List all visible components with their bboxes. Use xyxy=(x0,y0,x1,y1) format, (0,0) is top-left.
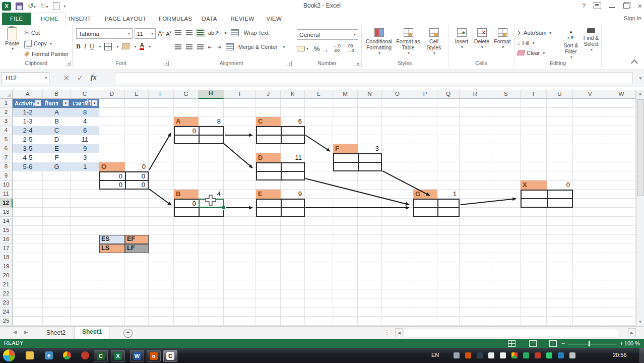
cell-B5[interactable]: D xyxy=(43,135,71,144)
scroll-up-icon[interactable]: ▲ xyxy=(636,90,644,98)
format-as-table-button[interactable]: Format as Table▾ xyxy=(395,26,422,56)
alignment-dialog-launcher[interactable] xyxy=(287,61,292,66)
row-header-20[interactable]: 20 xyxy=(0,271,13,280)
column-header-G[interactable]: G xyxy=(174,90,199,99)
page-break-view-icon[interactable] xyxy=(549,340,557,347)
sheet-tab-sheet2[interactable]: Sheet2 xyxy=(39,327,73,339)
column-header-D[interactable]: D xyxy=(99,90,125,99)
cell-A3[interactable]: 1-3 xyxy=(13,117,43,126)
close-icon[interactable]: × xyxy=(637,2,642,10)
column-header-L[interactable]: L xyxy=(305,90,333,99)
filter-dropdown-icon[interactable]: ▾ xyxy=(35,100,41,106)
clear-button[interactable]: Clear▾ xyxy=(518,48,545,57)
ribbon-tab-review[interactable]: REVIEW xyxy=(224,13,261,25)
align-right-icon[interactable] xyxy=(197,44,204,49)
zoom-level[interactable]: 100 % xyxy=(624,340,640,346)
tray-signal-icon[interactable] xyxy=(500,352,506,358)
name-box[interactable]: H12▾ xyxy=(1,72,49,84)
minimize-icon[interactable] xyxy=(609,7,615,8)
column-header-B[interactable]: B xyxy=(43,90,71,99)
row-header-10[interactable]: 10 xyxy=(0,180,13,190)
column-header-N[interactable]: N xyxy=(358,90,382,99)
row-header-18[interactable]: 18 xyxy=(0,253,13,262)
column-header-M[interactable]: M xyxy=(333,90,358,99)
cancel-icon[interactable]: ✕ xyxy=(63,73,70,83)
decrease-decimal-icon[interactable]: .00→.0 xyxy=(346,44,354,53)
row-header-17[interactable]: 17 xyxy=(0,244,13,253)
ribbon-display-options-icon[interactable] xyxy=(594,3,601,9)
tray-volume-icon[interactable] xyxy=(488,352,494,358)
name-box-dropdown-icon[interactable]: ▾ xyxy=(45,73,47,84)
taskbar-folder-icon[interactable] xyxy=(23,350,36,361)
zoom-slider[interactable] xyxy=(568,344,617,344)
cell-A6[interactable]: 3-5 xyxy=(13,144,43,153)
tray-messenger-icon[interactable] xyxy=(535,352,541,358)
merge-center-icon[interactable] xyxy=(226,43,234,50)
tray-security-icon[interactable] xyxy=(523,352,529,358)
taskbar-browser-icon[interactable]: e xyxy=(42,350,55,361)
cell-B3[interactable]: B xyxy=(43,117,71,126)
ribbon-tab-data[interactable]: DATA xyxy=(196,13,224,25)
wrap-text-button[interactable]: Wrap Text xyxy=(243,30,268,36)
percent-style-icon[interactable]: % xyxy=(314,45,320,52)
language-indicator[interactable]: EN xyxy=(431,352,439,358)
cell-A7[interactable]: 4-5 xyxy=(13,153,43,162)
column-header-E[interactable]: E xyxy=(125,90,149,99)
row-header-1[interactable]: 1 xyxy=(0,99,13,108)
clipboard-dialog-launcher[interactable] xyxy=(66,61,71,66)
horizontal-scrollbar[interactable]: ◀ ▶ xyxy=(395,328,636,337)
expand-formula-bar-icon[interactable]: ▾ xyxy=(639,76,641,81)
insert-button[interactable]: Insert▾ xyxy=(452,26,471,50)
tray-flag-icon[interactable] xyxy=(569,352,575,358)
ribbon-tab-file[interactable]: FILE xyxy=(2,13,31,25)
column-header-O[interactable]: O xyxy=(382,90,413,99)
tray-desktop-icon[interactable] xyxy=(454,352,460,358)
row-header-5[interactable]: 5 xyxy=(0,135,13,144)
start-button[interactable] xyxy=(3,349,15,361)
copy-button[interactable]: Copy▾ xyxy=(24,39,69,48)
column-header-S[interactable]: S xyxy=(491,90,521,99)
row-header-3[interactable]: 3 xyxy=(0,117,13,126)
column-header-J[interactable]: J xyxy=(256,90,281,99)
zoom-in-icon[interactable]: + xyxy=(620,340,623,347)
normal-view-icon[interactable] xyxy=(508,340,516,347)
tab-scrollbar-splitter[interactable]: ⋮ xyxy=(384,329,390,336)
fill-color-icon[interactable] xyxy=(122,43,131,49)
taskbar-chrome-icon[interactable] xyxy=(60,350,74,361)
taskbar-media-player-icon[interactable] xyxy=(79,350,92,361)
formula-input[interactable] xyxy=(115,72,633,84)
taskbar-excel-icon[interactable]: X xyxy=(111,350,125,362)
help-icon[interactable]: ? xyxy=(582,2,586,10)
ribbon-tab-home[interactable]: HOME xyxy=(34,13,66,26)
cell-A2[interactable]: 1-2 xyxy=(13,108,43,117)
row-header-22[interactable]: 22 xyxy=(0,289,13,298)
column-header-Q[interactable]: Q xyxy=(437,90,460,99)
cell-B7[interactable]: F xyxy=(43,153,71,162)
taskbar-camtasia-icon[interactable]: C xyxy=(94,350,108,362)
row-header-11[interactable]: 11 xyxy=(0,190,13,199)
column-header-V[interactable]: V xyxy=(573,90,607,99)
worksheet-grid[interactable]: ABCDEFGHIJKLMNOPQRSTUVW12345678910111213… xyxy=(0,90,636,326)
column-header-P[interactable]: P xyxy=(413,90,437,99)
scroll-right-icon[interactable]: ▶ xyxy=(628,328,636,337)
zoom-slider-handle[interactable] xyxy=(589,341,590,346)
scroll-down-icon[interactable]: ▼ xyxy=(636,318,644,326)
vertical-scrollbar[interactable]: ▲ ▼ xyxy=(636,90,644,326)
row-header-19[interactable]: 19 xyxy=(0,262,13,271)
autosum-button[interactable]: ΣAutoSum▾ xyxy=(518,28,551,37)
scroll-left-icon[interactable]: ◀ xyxy=(395,328,403,337)
taskbar-camtasia-recorder-icon[interactable]: o xyxy=(147,350,161,362)
cell-A4[interactable]: 2-4 xyxy=(13,126,43,135)
row-header-6[interactable]: 6 xyxy=(0,144,13,153)
cell-A8[interactable]: 5-6 xyxy=(13,162,43,171)
tray-globe-icon[interactable] xyxy=(477,352,483,358)
merge-center-button[interactable]: Merge & Center xyxy=(238,44,278,50)
column-header-I[interactable]: I xyxy=(224,90,256,99)
column-header-H[interactable]: H xyxy=(199,90,224,99)
format-button[interactable]: Format▾ xyxy=(492,26,512,50)
align-bottom-icon[interactable] xyxy=(197,30,204,35)
taskbar-word-icon[interactable]: W xyxy=(130,350,144,362)
paste-button[interactable]: Paste▾ xyxy=(3,27,21,58)
column-header-A[interactable]: A xyxy=(13,90,43,99)
insert-function-icon[interactable]: fx xyxy=(91,74,97,82)
